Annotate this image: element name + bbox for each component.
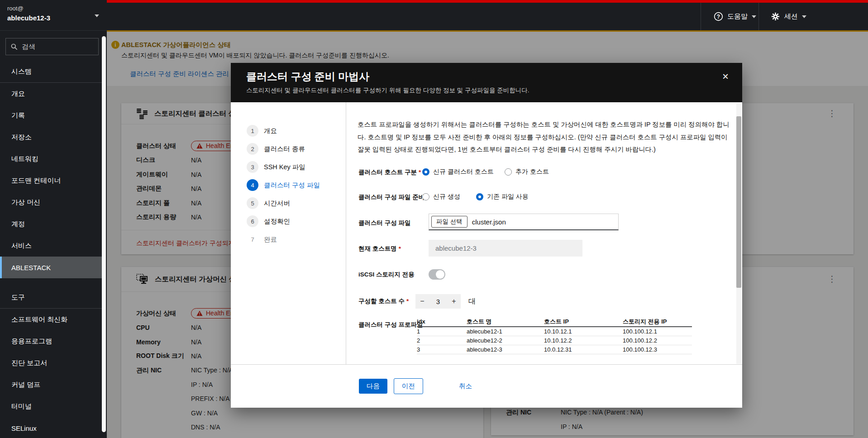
modal-subtitle: 스토리지센터 및 클라우드센터 클러스터를 구성하기 위해 필요한 다양한 정보… — [246, 86, 727, 95]
iscsi-toggle[interactable] — [429, 269, 445, 280]
cluster-wizard-modal: 클러스터 구성 준비 마법사 스토리지센터 및 클라우드센터 클러스터를 구성하… — [231, 63, 742, 408]
wizard-step-content: 호스트 프로파일을 생성하기 위해서는 클러스터를 구성하는 호스트 및 가상머… — [346, 102, 742, 365]
sidebar-item-accounts[interactable]: 계정 — [0, 213, 102, 235]
modal-title: 클러스터 구성 준비 마법사 — [246, 70, 727, 83]
hostname-field-disabled: ablecube12-3 — [429, 240, 582, 257]
sidebar-nav: 시스템 개요 기록 저장소 네트워킹 포드맨 컨테이너 가상 머신 계정 서비스… — [0, 61, 102, 438]
table-row: 3 ablecube12-3 10.0.12.31 100.100.12.3 — [417, 345, 692, 354]
sidebar-item-selinux[interactable]: SELinux — [0, 417, 102, 438]
modal-scrollbar-thumb[interactable] — [736, 116, 741, 288]
cancel-button[interactable]: 취소 — [451, 379, 480, 394]
host-count-unit: 대 — [468, 297, 476, 306]
file-upload-input[interactable]: 파일 선택 cluster.json — [429, 214, 619, 230]
field-label-profile: 클러스터 구성 프로파일 — [358, 321, 423, 329]
minus-button[interactable]: − — [415, 297, 429, 305]
radio-icon — [422, 193, 429, 200]
prev-button[interactable]: 이전 — [394, 378, 423, 394]
modal-body: 1개요 2클러스터 종류 3SSH Key 파일 4클러스터 구성 파일 5시간… — [231, 102, 742, 365]
table-row: 2 ablecube12-2 10.10.12.2 100.100.12.2 — [417, 336, 692, 345]
host-count-value: 3 — [429, 298, 447, 305]
search-input[interactable]: 검색 — [5, 38, 99, 55]
svg-text:?: ? — [717, 14, 720, 20]
gear-icon — [771, 12, 780, 21]
sidebar-item-ablestack[interactable]: ABLESTACK — [0, 257, 102, 278]
table-row: 1 ablecube12-1 10.10.12.1 100.100.12.1 — [417, 327, 692, 336]
host-count-stepper[interactable]: − 3 + — [415, 294, 461, 309]
wizard-step-5[interactable]: 5시간서버 — [231, 194, 346, 212]
sidebar-item-kernel-dump[interactable]: 커널 덤프 — [0, 374, 102, 395]
next-button[interactable]: 다음 — [359, 379, 387, 394]
host-name: ablecube12-3 — [7, 14, 100, 23]
modal-footer: 다음 이전 취소 — [231, 365, 742, 408]
wizard-steps-nav: 1개요 2클러스터 종류 3SSH Key 파일 4클러스터 구성 파일 5시간… — [231, 102, 346, 365]
sidebar-item-applications[interactable]: 응용프로그램 — [0, 330, 102, 352]
sidebar-item-system[interactable]: 시스템 — [0, 61, 102, 82]
sidebar-item-virtual-machines[interactable]: 가상 머신 — [0, 191, 102, 213]
host-user: root@ — [7, 5, 100, 12]
file-select-button[interactable]: 파일 선택 — [431, 216, 467, 228]
spacer — [0, 278, 102, 286]
sidebar-item-software-updates[interactable]: 소프트웨어 최신화 — [0, 309, 102, 330]
radio-icon — [505, 168, 512, 176]
app-window: root@ ablecube12-3 검색 시스템 개요 기록 저장소 네트워킹… — [0, 0, 868, 438]
sidebar-item-podman[interactable]: 포드맨 컨테이너 — [0, 170, 102, 191]
session-menu-button[interactable]: 세션 — [771, 3, 806, 30]
sidebar: root@ ablecube12-3 검색 시스템 개요 기록 저장소 네트워킹… — [0, 0, 107, 438]
close-icon[interactable]: × — [722, 71, 729, 82]
sidebar-item-services[interactable]: 서비스 — [0, 235, 102, 257]
radio-new-file[interactable]: 신규 생성 — [422, 192, 460, 202]
sidebar-scrollbar[interactable] — [102, 36, 106, 432]
wizard-step-6[interactable]: 6설정확인 — [231, 212, 346, 230]
radio-existing-file[interactable]: 기존 파일 사용 — [476, 192, 529, 202]
sidebar-item-storage[interactable]: 저장소 — [0, 126, 102, 148]
step-description: 호스트 프로파일을 생성하기 위해서는 클러스터를 구성하는 호스트 및 가상머… — [358, 119, 731, 156]
field-label-host-count: 구성할 호스트 수* — [358, 297, 409, 305]
sidebar-item-tools[interactable]: 도구 — [0, 286, 102, 308]
radio-icon — [476, 193, 483, 200]
sidebar-item-overview[interactable]: 개요 — [0, 83, 102, 105]
divider — [758, 3, 759, 30]
toggle-knob — [436, 270, 444, 279]
help-menu-button[interactable]: ? 도움말 — [714, 3, 756, 30]
wizard-step-1[interactable]: 1개요 — [231, 122, 346, 140]
wizard-step-7[interactable]: 7완료 — [231, 230, 346, 248]
wizard-step-2[interactable]: 2클러스터 종류 — [231, 140, 346, 158]
modal-header: 클러스터 구성 준비 마법사 스토리지센터 및 클라우드센터 클러스터를 구성하… — [231, 63, 742, 102]
chevron-down-icon — [802, 15, 806, 18]
help-icon: ? — [714, 12, 723, 21]
field-label-config-file: 클러스터 구성 파일 — [358, 219, 411, 227]
sidebar-item-diagnostic-reports[interactable]: 진단 보고서 — [0, 352, 102, 374]
field-label-iscsi: iSCSI 스토리지 전용 — [358, 271, 415, 279]
field-label-host-type: 클러스터 호스트 구분* — [358, 168, 421, 176]
sidebar-item-terminal[interactable]: 터미널 — [0, 395, 102, 417]
field-label-file-prep: 클러스터 구성 파일 준비* — [358, 193, 429, 201]
divider — [701, 3, 701, 30]
sidebar-item-networking[interactable]: 네트워킹 — [0, 148, 102, 170]
host-switcher[interactable]: root@ ablecube12-3 — [0, 0, 107, 31]
masthead: ? 도움말 세션 — [107, 0, 868, 30]
search-icon — [11, 43, 18, 50]
plus-button[interactable]: + — [447, 297, 461, 305]
chevron-down-icon — [752, 15, 756, 18]
radio-new-cluster-host[interactable]: 신규 클러스터 호스트 — [422, 167, 494, 177]
wizard-step-3[interactable]: 3SSH Key 파일 — [231, 158, 346, 176]
cluster-profile-table: idx 호스트 명 호스트 IP 스토리지 전용 IP 1 ablecube12… — [417, 317, 692, 354]
radio-additional-host[interactable]: 추가 호스트 — [505, 167, 549, 177]
field-label-hostname: 현재 호스트명* — [358, 245, 401, 253]
sidebar-item-logs[interactable]: 기록 — [0, 105, 102, 126]
table-header: idx 호스트 명 호스트 IP 스토리지 전용 IP — [417, 317, 692, 327]
search-placeholder: 검색 — [22, 43, 35, 51]
radio-icon — [422, 168, 429, 176]
file-name: cluster.json — [472, 218, 506, 226]
chevron-down-icon — [95, 14, 99, 17]
wizard-step-4-current[interactable]: 4클러스터 구성 파일 — [231, 176, 346, 194]
